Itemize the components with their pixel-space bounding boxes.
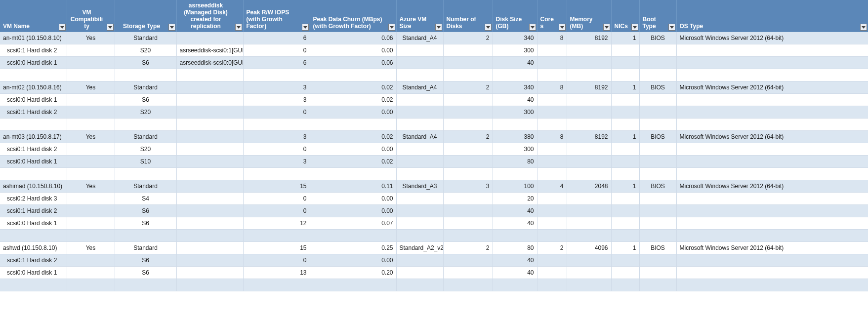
cell-azsize[interactable] [396, 44, 443, 57]
column-header-nics[interactable]: NICs [611, 0, 639, 32]
cell-dsize[interactable]: 40 [493, 94, 537, 106]
column-header-azsize[interactable]: Azure VM Size [396, 0, 443, 32]
cell-nics[interactable] [611, 217, 639, 230]
cell-ndisks[interactable] [443, 106, 493, 119]
cell-boot[interactable] [639, 193, 676, 205]
cell-storage[interactable]: S4 [115, 193, 176, 205]
cell-vmname[interactable]: scsi0:0 Hard disk 1 [0, 156, 67, 168]
cell-storage[interactable]: S6 [115, 217, 176, 230]
cell-ndisks[interactable]: 3 [443, 180, 493, 193]
cell-dsize[interactable] [493, 119, 537, 131]
cell-seeddisk[interactable] [176, 69, 243, 81]
cell-storage[interactable]: S20 [115, 44, 176, 57]
cell-seeddisk[interactable] [176, 230, 243, 242]
cell-storage[interactable]: S6 [115, 205, 176, 217]
cell-azsize[interactable] [396, 230, 443, 242]
cell-os[interactable] [676, 57, 868, 69]
cell-os[interactable] [676, 254, 868, 267]
cell-vmname[interactable] [0, 69, 67, 81]
cell-churn[interactable]: 0.11 [310, 180, 396, 193]
cell-seeddisk[interactable] [176, 131, 243, 143]
cell-nics[interactable]: 1 [611, 242, 639, 254]
cell-iops[interactable]: 0 [243, 193, 310, 205]
cell-compat[interactable] [67, 217, 115, 230]
column-header-os[interactable]: OS Type [676, 0, 868, 32]
cell-storage[interactable]: Standard [115, 81, 176, 94]
cell-mem[interactable] [567, 57, 611, 69]
column-header-boot[interactable]: Boot Type [639, 0, 676, 32]
cell-azsize[interactable] [396, 279, 443, 291]
cell-boot[interactable]: BIOS [639, 131, 676, 143]
cell-os[interactable] [676, 205, 868, 217]
cell-cores[interactable] [537, 119, 567, 131]
cell-ndisks[interactable] [443, 267, 493, 279]
cell-mem[interactable] [567, 217, 611, 230]
cell-seeddisk[interactable] [176, 81, 243, 94]
column-header-ndisks[interactable]: Number of Disks [443, 0, 493, 32]
cell-iops[interactable]: 3 [243, 81, 310, 94]
cell-churn[interactable]: 0.02 [310, 131, 396, 143]
cell-dsize[interactable]: 40 [493, 267, 537, 279]
cell-mem[interactable] [567, 267, 611, 279]
cell-churn[interactable] [310, 119, 396, 131]
cell-azsize[interactable]: Standard_A4 [396, 131, 443, 143]
cell-dsize[interactable]: 80 [493, 242, 537, 254]
cell-nics[interactable]: 1 [611, 131, 639, 143]
cell-storage[interactable]: S6 [115, 57, 176, 69]
cell-iops[interactable] [243, 69, 310, 81]
cell-seeddisk[interactable] [176, 242, 243, 254]
cell-azsize[interactable] [396, 119, 443, 131]
cell-cores[interactable]: 2 [537, 242, 567, 254]
cell-boot[interactable] [639, 254, 676, 267]
cell-nics[interactable]: 1 [611, 180, 639, 193]
cell-boot[interactable] [639, 106, 676, 119]
cell-mem[interactable]: 8192 [567, 32, 611, 44]
cell-churn[interactable]: 0.00 [310, 193, 396, 205]
cell-nics[interactable] [611, 119, 639, 131]
cell-ndisks[interactable] [443, 279, 493, 291]
cell-churn[interactable] [310, 168, 396, 180]
cell-dsize[interactable]: 300 [493, 143, 537, 156]
cell-nics[interactable] [611, 143, 639, 156]
filter-dropdown-icon[interactable] [860, 24, 867, 31]
cell-vmname[interactable]: an-mt02 (10.150.8.16) [0, 81, 67, 94]
cell-ndisks[interactable] [443, 254, 493, 267]
cell-vmname[interactable]: scsi0:0 Hard disk 1 [0, 57, 67, 69]
cell-dsize[interactable]: 340 [493, 81, 537, 94]
cell-cores[interactable]: 8 [537, 81, 567, 94]
cell-dsize[interactable] [493, 230, 537, 242]
cell-storage[interactable]: S20 [115, 143, 176, 156]
cell-storage[interactable] [115, 69, 176, 81]
cell-iops[interactable] [243, 119, 310, 131]
cell-dsize[interactable]: 40 [493, 217, 537, 230]
cell-nics[interactable] [611, 205, 639, 217]
cell-boot[interactable] [639, 205, 676, 217]
filter-dropdown-icon[interactable] [59, 24, 66, 31]
cell-os[interactable] [676, 119, 868, 131]
cell-vmname[interactable]: scsi0:1 Hard disk 2 [0, 44, 67, 57]
cell-boot[interactable] [639, 119, 676, 131]
cell-boot[interactable] [639, 156, 676, 168]
cell-mem[interactable] [567, 119, 611, 131]
cell-nics[interactable] [611, 193, 639, 205]
cell-churn[interactable]: 0.00 [310, 44, 396, 57]
cell-cores[interactable] [537, 230, 567, 242]
cell-storage[interactable]: S6 [115, 254, 176, 267]
cell-compat[interactable] [67, 168, 115, 180]
cell-os[interactable] [676, 106, 868, 119]
cell-compat[interactable]: Yes [67, 180, 115, 193]
cell-ndisks[interactable]: 2 [443, 81, 493, 94]
cell-mem[interactable] [567, 168, 611, 180]
cell-vmname[interactable]: scsi0:0 Hard disk 1 [0, 217, 67, 230]
cell-seeddisk[interactable] [176, 254, 243, 267]
cell-nics[interactable]: 1 [611, 32, 639, 44]
cell-ndisks[interactable] [443, 156, 493, 168]
cell-azsize[interactable] [396, 106, 443, 119]
cell-nics[interactable] [611, 254, 639, 267]
filter-dropdown-icon[interactable] [388, 24, 395, 31]
cell-cores[interactable] [537, 168, 567, 180]
cell-compat[interactable] [67, 193, 115, 205]
cell-boot[interactable] [639, 217, 676, 230]
cell-vmname[interactable]: ashwd (10.150.8.10) [0, 242, 67, 254]
column-header-mem[interactable]: Memory (MB) [567, 0, 611, 32]
